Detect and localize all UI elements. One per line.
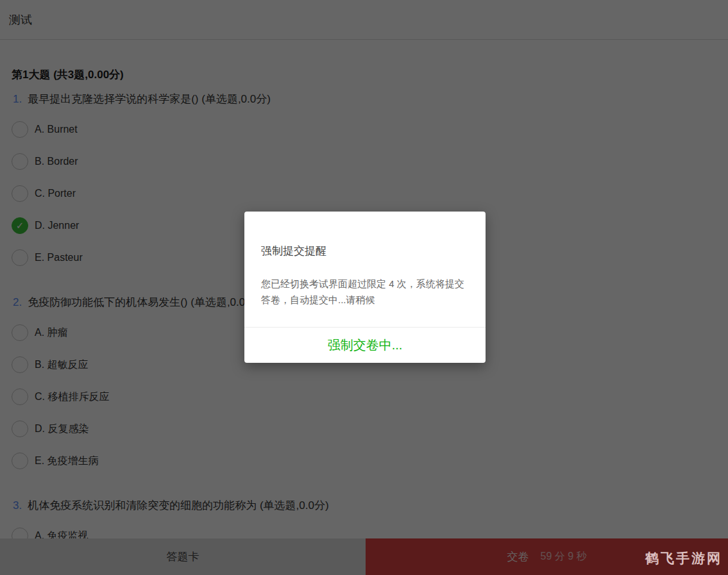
site-watermark: 鹤飞手游网 bbox=[645, 549, 722, 567]
dialog-content: 强制提交提醒 您已经切换考试界面超过限定 4 次，系统将提交答卷，自动提交中..… bbox=[244, 212, 486, 327]
force-submit-status[interactable]: 强制交卷中... bbox=[328, 337, 403, 354]
dialog-footer[interactable]: 强制交卷中... bbox=[244, 327, 486, 363]
force-submit-dialog: 强制提交提醒 您已经切换考试界面超过限定 4 次，系统将提交答卷，自动提交中..… bbox=[244, 212, 486, 363]
dialog-body: 您已经切换考试界面超过限定 4 次，系统将提交答卷，自动提交中...请稍候 bbox=[261, 276, 469, 308]
exam-page: 测试 第1大题 (共3题,0.00分) 1.最早提出克隆选择学说的科学家是() … bbox=[0, 0, 728, 575]
dialog-title: 强制提交提醒 bbox=[261, 244, 469, 258]
